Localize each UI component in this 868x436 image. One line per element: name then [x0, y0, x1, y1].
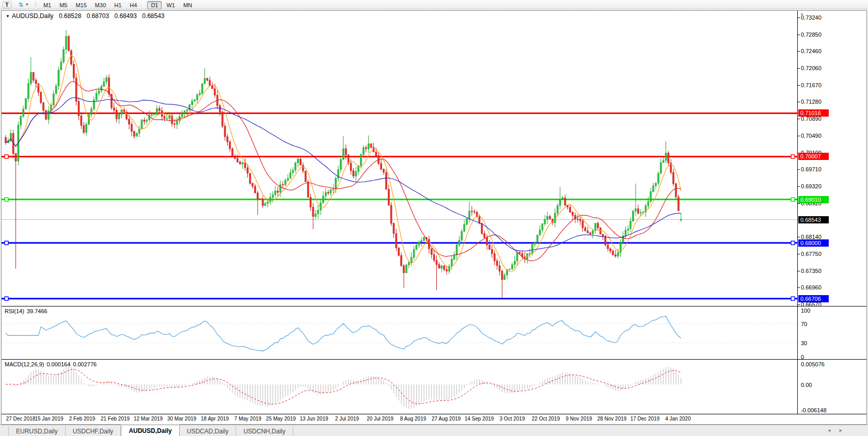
timeframe-button-m5[interactable]: M5: [56, 1, 71, 9]
low-value: 0.68493: [114, 12, 136, 20]
main-price-chart[interactable]: [2, 11, 797, 306]
price-tick-label: 0.73240: [801, 14, 822, 21]
date-axis-label: 30 Mar 2019: [163, 416, 201, 422]
price-tick-mark: [798, 203, 800, 204]
date-axis-label: 2 Feb 2019: [63, 416, 101, 422]
text-tool-button[interactable]: T: [3, 1, 11, 8]
price-tick-mark: [798, 186, 800, 187]
price-tick-label: 0.69710: [801, 166, 822, 172]
level-price-badge: 0.66706: [798, 295, 829, 302]
macd-scale-label: -0.006148: [801, 407, 827, 413]
macd-signal-value: 0.002776: [73, 361, 97, 367]
price-tick-mark: [798, 136, 800, 136]
timeframe-button-h1[interactable]: H1: [111, 1, 125, 9]
date-axis-label: 28 Nov 2019: [593, 416, 631, 422]
price-tick-mark: [798, 237, 800, 237]
price-tick-mark: [798, 68, 800, 69]
rsi-value: 39.7466: [27, 308, 48, 314]
timeframe-button-m30[interactable]: M30: [91, 1, 109, 9]
date-axis-label: 15 Jan 2019: [30, 416, 68, 422]
date-axis-label: 4 Jan 2020: [659, 416, 697, 422]
collapse-triangle-icon[interactable]: ▼: [6, 14, 10, 19]
date-axis-label: 13 Jun 2019: [295, 416, 333, 422]
price-tick-mark: [798, 35, 800, 35]
rsi-scale-label: 100: [801, 308, 810, 314]
price-tick-label: 0.66960: [801, 284, 822, 290]
high-value: 0.68703: [87, 12, 109, 20]
level-price-badge: 0.71016: [798, 109, 829, 117]
chart-window: ▼AUDUSD,Daily 0.68528 0.68703 0.68493 0.…: [1, 10, 867, 425]
rsi-panel-divider[interactable]: [2, 306, 866, 306]
macd-main-value: 0.000164: [46, 361, 70, 367]
chart-title: ▼AUDUSD,Daily 0.68528 0.68703 0.68493 0.…: [6, 12, 165, 20]
sort-arrows-icon: ⇅: [19, 2, 23, 8]
drawing-tool-button[interactable]: ⇅ ▼: [15, 1, 33, 9]
tab-usdcad[interactable]: USDCAD,Daily: [180, 426, 236, 436]
timeframe-button-group: M1M5M15M30H1H4D1W1MN: [39, 0, 196, 9]
level-price-badge: 0.70007: [798, 153, 829, 160]
date-axis-label: 7 May 2019: [229, 416, 267, 422]
timeframe-button-d1[interactable]: D1: [147, 1, 162, 9]
timeframe-button-m1[interactable]: M1: [40, 1, 55, 9]
close-value: 0.68543: [142, 12, 164, 20]
toolbar-separator: [36, 1, 37, 8]
price-tick-mark: [798, 304, 800, 305]
price-tick-label: 0.71280: [801, 99, 822, 105]
price-tick-mark: [798, 102, 800, 102]
date-axis-label: 14 Sep 2019: [460, 416, 498, 422]
date-axis-label: 3 Oct 2019: [493, 416, 531, 422]
price-tick-mark: [798, 119, 800, 119]
tab-scroll-right-icon[interactable]: ►: [839, 428, 850, 433]
rsi-scale-label: 30: [801, 340, 807, 346]
price-tick-mark: [798, 271, 800, 271]
toolbar-separator: [144, 0, 144, 9]
date-axis-label: 25 May 2019: [262, 416, 300, 422]
price-tick-label: 0.72460: [801, 48, 822, 54]
price-tick-label: 0.67350: [801, 268, 822, 274]
timeframe-button-w1[interactable]: W1: [163, 1, 179, 9]
price-tick-mark: [798, 51, 800, 52]
timeframe-button-h4[interactable]: H4: [126, 1, 140, 9]
price-tick-mark: [798, 18, 800, 18]
timeframe-button-mn[interactable]: MN: [180, 1, 196, 9]
tab-eurusd[interactable]: EURUSD,Daily: [8, 426, 66, 436]
macd-panel-divider[interactable]: [2, 359, 866, 360]
price-tick-label: 0.72060: [801, 65, 822, 71]
tab-scroll-left-icon[interactable]: ◄: [827, 428, 839, 433]
level-price-badge: 0.68000: [798, 239, 829, 247]
date-axis-label: 20 Jul 2019: [361, 416, 399, 422]
macd-label: MACD(12,26,9)0.0001640.002776: [5, 361, 97, 367]
rsi-scale-label: 70: [801, 321, 807, 327]
toolbar: T ⇅ ▼ M1M5M15M30H1H4D1W1MN: [0, 0, 868, 9]
dropdown-arrow-icon: ▼: [25, 2, 29, 8]
date-axis-label: 9 Nov 2019: [560, 416, 598, 422]
tab-audusd[interactable]: AUDUSD,Daily: [121, 425, 179, 436]
timeframe-button-m15[interactable]: M15: [72, 1, 90, 9]
macd-indicator-chart[interactable]: [2, 360, 797, 414]
date-axis-label: 12 Mar 2019: [129, 416, 167, 422]
tab-strip: EURUSD,DailyUSDCHF,DailyAUDUSD,DailyUSDC…: [0, 425, 293, 436]
price-tick-label: 0.67750: [801, 251, 822, 257]
price-tick-label: 0.72850: [801, 31, 822, 38]
rsi-label: RSI(14)39.7466: [5, 308, 48, 314]
price-tick-mark: [798, 287, 800, 288]
date-axis-label: 18 Apr 2019: [196, 416, 234, 422]
price-tick-label: 0.71670: [801, 82, 822, 88]
macd-scale-label: 0.00: [801, 382, 812, 388]
tab-usdchf[interactable]: USDCHF,Daily: [66, 426, 121, 436]
date-axis-label: 8 Aug 2019: [394, 416, 432, 422]
price-tick-mark: [798, 85, 800, 86]
macd-scale-label: 0.005076: [801, 361, 825, 367]
tab-usdcnh[interactable]: USDCNH,Daily: [236, 426, 293, 436]
rsi-scale-label: 0: [801, 354, 804, 360]
price-axis-border: [797, 11, 798, 414]
rsi-indicator-chart[interactable]: [2, 306, 797, 359]
current-price-badge: 0.68543: [798, 216, 829, 223]
price-tick-label: 0.70490: [801, 133, 822, 139]
open-value: 0.68528: [59, 12, 81, 20]
price-tick-mark: [798, 254, 800, 254]
price-tick-label: 0.69320: [801, 183, 822, 189]
date-axis-label: 21 Feb 2019: [96, 416, 134, 422]
date-axis-divider: [2, 414, 866, 414]
date-axis-label: 2 Jul 2019: [328, 416, 366, 422]
